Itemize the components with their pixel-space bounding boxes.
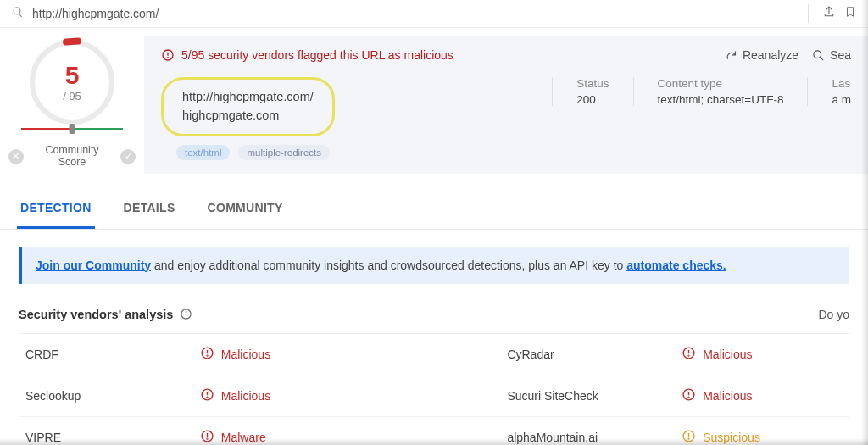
tag-row: text/html multiple-redirects xyxy=(176,145,851,160)
url-line1: http://highcpmgate.com/ xyxy=(182,88,314,107)
check-icon[interactable]: ✓ xyxy=(120,149,136,164)
vendor-verdict: Malicious xyxy=(193,334,501,375)
svg-point-16 xyxy=(207,397,208,398)
alert-icon xyxy=(200,346,214,363)
summary-panel: 5 / 95 ✕ Community Score ✓ 5/95 security… xyxy=(0,28,868,182)
vendor-verdict: Malicious xyxy=(675,375,849,416)
vendor-verdict: Malware xyxy=(193,416,501,445)
meta-content-type: Content type text/html; charset=UTF-8 xyxy=(658,77,784,106)
alert-icon xyxy=(682,429,696,446)
community-banner: Join our Community and enjoy additional … xyxy=(19,247,849,284)
divider xyxy=(808,4,809,23)
share-icon[interactable] xyxy=(822,5,836,22)
vendors-section: Security vendors' analysis Do yo CRDFMal… xyxy=(0,301,868,446)
vendor-name: CyRadar xyxy=(500,334,675,375)
community-score-label: Community Score xyxy=(31,145,114,169)
search-icon xyxy=(12,6,24,21)
alert-icon xyxy=(161,48,175,62)
detection-donut: 5 / 95 xyxy=(30,40,114,125)
tag-redirects[interactable]: multiple-redirects xyxy=(238,145,330,160)
community-score-row: ✕ Community Score ✓ xyxy=(8,145,136,169)
detection-count: 5 xyxy=(65,63,80,88)
meta-status: Status 200 xyxy=(576,77,609,106)
svg-point-19 xyxy=(688,397,689,398)
svg-point-7 xyxy=(186,312,187,313)
flag-row: 5/95 security vendors flagged this URL a… xyxy=(161,48,851,62)
meta-grid: Status 200 Content type text/html; chars… xyxy=(552,77,851,106)
table-row: SeclookupMaliciousSucuri SiteCheckMalici… xyxy=(19,375,849,416)
vendor-name: VIPRE xyxy=(19,416,193,445)
vendor-verdict: Malicious xyxy=(193,375,501,416)
vendors-right-text: Do yo xyxy=(818,308,849,321)
tab-details[interactable]: DETAILS xyxy=(120,189,179,229)
svg-point-25 xyxy=(688,438,689,439)
info-column: 5/95 security vendors flagged this URL a… xyxy=(144,36,868,174)
table-row: CRDFMaliciousCyRadarMalicious xyxy=(19,334,849,375)
vendor-name: CRDF xyxy=(19,334,193,375)
svg-point-13 xyxy=(688,355,689,356)
automate-checks-link[interactable]: automate checks. xyxy=(626,259,726,272)
bookmark-icon[interactable] xyxy=(844,4,856,23)
tabs: DETECTION DETAILS COMMUNITY xyxy=(0,189,868,230)
svg-point-3 xyxy=(814,50,821,58)
vendor-name: Seclookup xyxy=(19,375,193,416)
vendor-verdict: Suspicious xyxy=(675,416,849,445)
tag-texthtml[interactable]: text/html xyxy=(176,145,230,160)
tab-community[interactable]: COMMUNITY xyxy=(204,189,287,229)
info-icon[interactable] xyxy=(180,308,192,320)
flag-text: 5/95 security vendors flagged this URL a… xyxy=(181,48,453,62)
svg-point-10 xyxy=(207,355,208,356)
vendors-table: CRDFMaliciousCyRadarMaliciousSeclookupMa… xyxy=(19,334,849,446)
banner-text: and enjoy additional community insights … xyxy=(151,259,626,272)
x-icon[interactable]: ✕ xyxy=(8,149,24,164)
reanalyze-button[interactable]: Reanalyze xyxy=(725,48,798,62)
svg-line-4 xyxy=(820,57,823,60)
url-input[interactable] xyxy=(32,7,794,20)
svg-point-22 xyxy=(207,438,208,439)
score-column: 5 / 95 ✕ Community Score ✓ xyxy=(0,28,144,182)
vendor-verdict: Malicious xyxy=(675,334,849,375)
vendor-name: alphaMountain.ai xyxy=(500,416,675,445)
search-icon xyxy=(812,49,825,62)
meta-last: Las a m xyxy=(832,77,851,106)
community-slider xyxy=(21,128,123,130)
refresh-icon xyxy=(725,49,737,62)
detail-row: http://highcpmgate.com/ highcpmgate.com … xyxy=(161,77,851,136)
vendors-heading-row: Security vendors' analysis Do yo xyxy=(19,301,849,334)
alert-icon xyxy=(200,429,214,446)
vendors-heading: Security vendors' analysis xyxy=(19,308,173,321)
flag-warning: 5/95 security vendors flagged this URL a… xyxy=(161,48,453,62)
topbar xyxy=(0,0,868,28)
url-line2: highcpmgate.com xyxy=(182,107,314,125)
alert-icon xyxy=(682,387,696,404)
search-button[interactable]: Sea xyxy=(812,48,851,62)
svg-point-2 xyxy=(168,58,169,58)
join-community-link[interactable]: Join our Community xyxy=(36,259,151,272)
detection-total: / 95 xyxy=(63,90,81,103)
tab-detection[interactable]: DETECTION xyxy=(17,189,95,229)
table-row: VIPREMalwarealphaMountain.aiSuspicious xyxy=(19,416,849,445)
flag-actions: Reanalyze Sea xyxy=(725,48,851,62)
alert-icon xyxy=(200,387,214,404)
alert-icon xyxy=(682,346,696,363)
vendor-name: Sucuri SiteCheck xyxy=(500,375,675,416)
url-card: http://highcpmgate.com/ highcpmgate.com xyxy=(161,77,335,136)
